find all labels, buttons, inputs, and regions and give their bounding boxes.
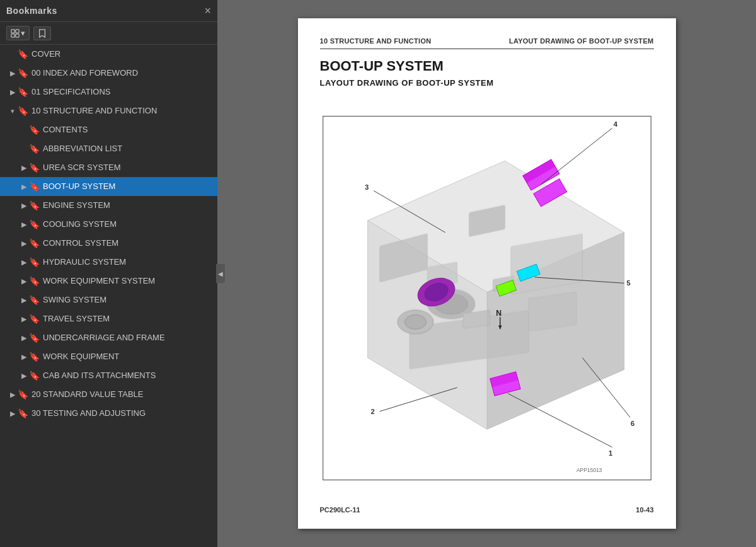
sidebar-item-standard-label: 20 STANDARD VALUE TABLE — [32, 389, 144, 400]
svg-text:6: 6 — [631, 420, 634, 427]
doc-header-title: LAYOUT DRAWING OF BOOT-UP SYSTEM — [509, 37, 654, 45]
sidebar-item-engine[interactable]: ▶ 🔖 ENGINE SYSTEM — [0, 196, 217, 215]
bookmark-icon-bootup: 🔖 — [29, 181, 40, 192]
sidebar-item-structure[interactable]: ▾ 🔖 10 STRUCTURE AND FUNCTION — [0, 101, 217, 120]
doc-subtitle: LAYOUT DRAWING OF BOOT-UP SYSTEM — [320, 78, 654, 88]
bookmarks-header: Bookmarks × — [0, 0, 217, 22]
bookmark-icon-cab: 🔖 — [29, 371, 40, 381]
doc-footer-page: 10-43 — [636, 506, 653, 514]
bookmark-icon-specs: 🔖 — [18, 87, 29, 97]
sidebar-item-index[interactable]: ▶ 🔖 00 INDEX AND FOREWORD — [0, 64, 217, 83]
bookmark-icon-work-equip2: 🔖 — [29, 352, 40, 362]
expand-icon-cab[interactable]: ▶ — [19, 372, 29, 380]
expand-icon-control[interactable]: ▶ — [19, 239, 29, 248]
svg-text:4: 4 — [613, 120, 617, 128]
sidebar-item-travel[interactable]: ▶ 🔖 TRAVEL SYSTEM — [0, 309, 217, 328]
svg-rect-0 — [11, 29, 14, 32]
sidebar-item-structure-label: 10 STRUCTURE AND FUNCTION — [32, 106, 157, 117]
svg-rect-2 — [11, 33, 14, 37]
bookmark-icon-control: 🔖 — [29, 238, 40, 248]
svg-text:APP15013: APP15013 — [576, 467, 602, 473]
expand-icon-cooling[interactable]: ▶ — [19, 221, 29, 229]
bookmark-icon-hydraulic: 🔖 — [29, 257, 40, 267]
sidebar-item-work-equip[interactable]: ▶ 🔖 WORK EQUIPMENT SYSTEM — [0, 272, 217, 291]
expand-icon-hydraulic[interactable]: ▶ — [19, 258, 29, 267]
sidebar-item-work-equip2-label: WORK EQUIPMENT — [43, 352, 119, 362]
sidebar-item-testing[interactable]: ▶ 🔖 30 TESTING AND ADJUSTING — [0, 404, 217, 423]
sidebar-item-index-label: 00 INDEX AND FOREWORD — [32, 68, 138, 79]
sidebar-item-swing[interactable]: ▶ 🔖 SWING SYSTEM — [0, 291, 217, 309]
expand-all-button[interactable]: ▾ — [6, 26, 30, 40]
sidebar-item-engine-label: ENGINE SYSTEM — [43, 200, 110, 211]
sidebar-item-cooling[interactable]: ▶ 🔖 COOLING SYSTEM — [0, 215, 217, 234]
doc-footer-model: PC290LC-11 — [320, 506, 360, 514]
bookmark-icon-engine: 🔖 — [29, 200, 40, 210]
expand-icon-standard[interactable]: ▶ — [8, 391, 18, 399]
bookmark-icon-urea: 🔖 — [29, 163, 40, 173]
expand-icon-swing[interactable]: ▶ — [19, 296, 29, 304]
sidebar-item-abbrev-label: ABBREVIATION LIST — [43, 144, 122, 154]
sidebar-item-cab[interactable]: ▶ 🔖 CAB AND ITS ATTACHMENTS — [0, 366, 217, 385]
sidebar-item-standard[interactable]: ▶ 🔖 20 STANDARD VALUE TABLE — [0, 385, 217, 404]
bookmark-icon-contents: 🔖 — [29, 125, 40, 135]
expand-icon-testing[interactable]: ▶ — [8, 410, 18, 418]
sidebar-item-control[interactable]: ▶ 🔖 CONTROL SYSTEM — [0, 234, 217, 253]
sidebar-item-hydraulic[interactable]: ▶ 🔖 HYDRAULIC SYSTEM — [0, 253, 217, 272]
bookmark-icon-standard: 🔖 — [18, 389, 29, 400]
sidebar-item-urea-label: UREA SCR SYSTEM — [43, 163, 121, 173]
sidebar-item-cover-label: COVER — [32, 49, 60, 60]
expand-icon-index[interactable]: ▶ — [8, 69, 18, 78]
svg-rect-3 — [16, 33, 19, 37]
bookmark-icon-cover: 🔖 — [18, 49, 29, 59]
expand-icon-undercarriage[interactable]: ▶ — [19, 334, 29, 342]
expand-icon-bootup[interactable]: ▶ — [19, 183, 29, 191]
expand-arrow-small: ▾ — [21, 28, 25, 38]
bookmark-icon-swing: 🔖 — [29, 295, 40, 305]
svg-text:1: 1 — [609, 449, 612, 457]
main-content: 10 STRUCTURE AND FUNCTION LAYOUT DRAWING… — [217, 0, 756, 547]
svg-rect-1 — [16, 29, 19, 32]
collapse-handle[interactable]: ◀ — [216, 264, 225, 283]
svg-line-33 — [541, 128, 612, 185]
toolbar-row: ▾ — [0, 22, 217, 45]
bookmark-icon-undercarriage: 🔖 — [29, 333, 40, 343]
bookmark-icon-testing: 🔖 — [18, 408, 29, 418]
expand-icon-engine[interactable]: ▶ — [19, 202, 29, 210]
svg-rect-16 — [529, 292, 576, 331]
doc-header-section: 10 STRUCTURE AND FUNCTION — [320, 37, 432, 45]
bookmark-icon-index: 🔖 — [18, 68, 29, 78]
expand-icon-work-equip2[interactable]: ▶ — [19, 353, 29, 361]
sidebar-item-specs[interactable]: ▶ 🔖 01 SPECIFICATIONS — [0, 83, 217, 101]
sidebar-item-undercarriage[interactable]: ▶ 🔖 UNDERCARRIAGE AND FRAME — [0, 328, 217, 347]
sidebar-item-undercarriage-label: UNDERCARRIAGE AND FRAME — [43, 333, 165, 343]
expand-icon-urea[interactable]: ▶ — [19, 164, 29, 172]
sidebar-item-swing-label: SWING SYSTEM — [43, 295, 106, 306]
sidebar-item-contents-label: CONTENTS — [43, 125, 88, 135]
sidebar-item-work-equip2[interactable]: ▶ 🔖 WORK EQUIPMENT — [0, 347, 217, 366]
sidebar-item-contents[interactable]: 🔖 CONTENTS — [0, 120, 217, 139]
sidebar-item-urea[interactable]: ▶ 🔖 UREA SCR SYSTEM — [0, 158, 217, 177]
bookmarks-panel: Bookmarks × ▾ 🔖 COVER ▶ 🔖 00 INDEX AND F… — [0, 0, 217, 547]
sidebar-item-testing-label: 30 TESTING AND ADJUSTING — [32, 408, 146, 419]
bookmark-view-button[interactable] — [33, 26, 51, 40]
sidebar-item-bootup[interactable]: ▶ 🔖 BOOT-UP SYSTEM — [0, 177, 217, 196]
sidebar-item-specs-label: 01 SPECIFICATIONS — [32, 87, 110, 98]
close-button[interactable]: × — [204, 5, 211, 16]
bookmark-icon-cooling: 🔖 — [29, 219, 40, 229]
expand-icon-specs[interactable]: ▶ — [8, 88, 18, 96]
sidebar-item-control-label: CONTROL SYSTEM — [43, 238, 118, 249]
bookmarks-title: Bookmarks — [6, 6, 57, 16]
expand-icon-structure[interactable]: ▾ — [8, 107, 18, 115]
sidebar-item-travel-label: TRAVEL SYSTEM — [43, 314, 110, 325]
svg-text:5: 5 — [626, 279, 630, 287]
page-container: 10 STRUCTURE AND FUNCTION LAYOUT DRAWING… — [217, 0, 756, 547]
bookmark-icon-abbrev: 🔖 — [29, 144, 40, 154]
sidebar-item-abbrev[interactable]: 🔖 ABBREVIATION LIST — [0, 139, 217, 158]
expand-icon-travel[interactable]: ▶ — [19, 315, 29, 323]
sidebar-item-bootup-label: BOOT-UP SYSTEM — [43, 181, 115, 192]
sidebar-item-cover[interactable]: 🔖 COVER — [0, 45, 217, 64]
layout-diagram: N 4 5 2 1 — [320, 96, 654, 500]
expand-icon-work-equip[interactable]: ▶ — [19, 277, 29, 285]
document-page: 10 STRUCTURE AND FUNCTION LAYOUT DRAWING… — [298, 18, 676, 529]
doc-title: BOOT-UP SYSTEM — [320, 58, 654, 74]
